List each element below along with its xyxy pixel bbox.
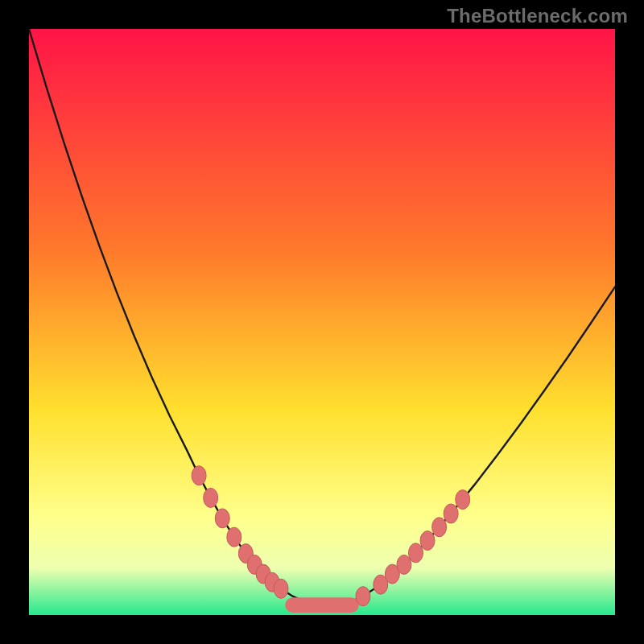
data-marker — [274, 579, 288, 598]
chart-svg — [29, 29, 615, 615]
data-marker — [420, 531, 435, 551]
data-marker — [432, 518, 447, 537]
data-marker — [356, 587, 370, 606]
data-marker — [227, 527, 242, 547]
data-marker — [444, 504, 458, 523]
data-marker — [456, 490, 470, 510]
data-marker — [192, 466, 206, 485]
data-marker — [408, 543, 423, 563]
watermark-text: TheBottleneck.com — [447, 5, 628, 27]
data-marker — [215, 509, 229, 528]
data-marker — [204, 488, 218, 507]
plot-area — [29, 29, 615, 615]
gradient-bg — [29, 29, 615, 615]
chart-frame: TheBottleneck.com — [0, 0, 644, 644]
